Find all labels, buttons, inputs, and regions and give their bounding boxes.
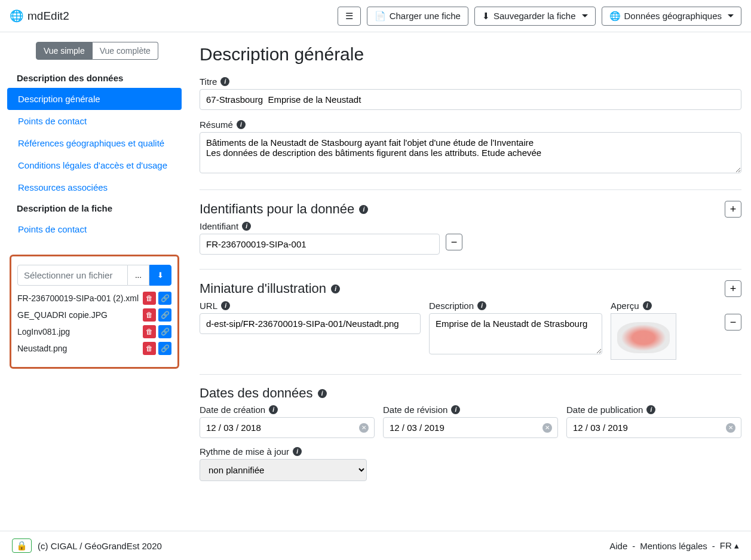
- preview-label: Aperçu: [611, 301, 639, 311]
- file-panel: Sélectionner un fichier ... ⬇ FR-2367000…: [10, 255, 179, 369]
- link-button[interactable]: 🔗: [158, 325, 171, 338]
- download-icon: ⬇: [482, 11, 490, 22]
- nav-references-geo[interactable]: Références géographiques et qualité: [7, 132, 182, 154]
- footer: 🔒 (c) CIGAL / GéoGrandEst 2020 Aide - Me…: [0, 531, 751, 560]
- remove-id-button[interactable]: −: [446, 234, 462, 250]
- file-row: GE_QUADRI copie.JPG🗑🔗: [17, 308, 171, 322]
- lock-icon[interactable]: 🔒: [12, 538, 32, 553]
- nav-description-generale[interactable]: Description générale: [7, 88, 182, 110]
- ids-section-title: Identifiants pour la donnée: [200, 201, 354, 217]
- save-label: Sauvegarder la fiche: [493, 11, 576, 21]
- info-icon[interactable]: i: [318, 389, 327, 398]
- info-icon[interactable]: i: [646, 405, 655, 414]
- add-id-button[interactable]: +: [725, 201, 741, 218]
- title-input[interactable]: [200, 89, 741, 110]
- file-upload-button[interactable]: ⬇: [149, 265, 171, 286]
- id-input[interactable]: [200, 234, 440, 255]
- download-icon: ⬇: [157, 271, 164, 280]
- date-revision-label: Date de révision: [383, 405, 447, 415]
- info-icon[interactable]: i: [359, 205, 368, 214]
- remove-thumb-button[interactable]: −: [725, 314, 741, 331]
- file-icon: 📄: [375, 11, 386, 22]
- link-button[interactable]: 🔗: [158, 292, 171, 305]
- file-row: FR-236700019-SIPa-001 (2).xml🗑🔗: [17, 292, 171, 305]
- info-icon[interactable]: i: [242, 222, 251, 231]
- sidebar: Vue simple Vue complète Description des …: [0, 32, 182, 481]
- title-label: Titre: [200, 76, 217, 87]
- thumb-section-title: Miniature d'illustration: [200, 281, 326, 296]
- clear-icon[interactable]: ✕: [726, 423, 735, 433]
- link-button[interactable]: 🔗: [158, 342, 171, 355]
- rhythm-label: Rythme de mise à jour: [200, 446, 289, 457]
- info-icon[interactable]: i: [477, 301, 486, 310]
- desc-label: Description: [429, 301, 474, 311]
- delete-button[interactable]: 🗑: [143, 292, 156, 305]
- file-browse-button[interactable]: ...: [128, 265, 149, 286]
- dates-section-title: Dates des données: [200, 385, 313, 401]
- nav-points-contact[interactable]: Points de contact: [7, 110, 182, 132]
- date-pub-input[interactable]: [566, 417, 741, 438]
- lang-select[interactable]: FR ▴: [720, 540, 739, 551]
- save-button[interactable]: ⬇Sauvegarder la fiche: [474, 7, 596, 26]
- top-bar: 🌐 mdEdit2 ☰ 📄Charger une fiche ⬇Sauvegar…: [0, 0, 751, 32]
- file-name: LogInv081.jpg: [17, 327, 140, 336]
- app-name: mdEdit2: [27, 10, 69, 23]
- file-name: Neustadt.png: [17, 344, 140, 353]
- info-icon[interactable]: i: [643, 301, 652, 310]
- nav-section-fiche: Description de la fiche: [7, 198, 182, 218]
- nav-conditions-legales[interactable]: Conditions légales d'accès et d'usage: [7, 154, 182, 176]
- info-icon[interactable]: i: [220, 77, 229, 86]
- delete-button[interactable]: 🗑: [143, 308, 156, 322]
- delete-button[interactable]: 🗑: [143, 325, 156, 338]
- help-link[interactable]: Aide: [609, 541, 627, 551]
- nav-section-data: Description des données: [7, 68, 182, 88]
- clear-icon[interactable]: ✕: [542, 423, 552, 433]
- load-label: Charger une fiche: [390, 11, 461, 21]
- globe-icon: 🌐: [609, 11, 621, 22]
- clear-icon[interactable]: ✕: [359, 423, 369, 433]
- content-area: Description générale Titrei Résuméi Bâti…: [182, 32, 751, 481]
- page-title: Description générale: [200, 44, 741, 65]
- date-creation-label: Date de création: [200, 405, 265, 415]
- info-icon[interactable]: i: [331, 284, 340, 293]
- rhythm-select[interactable]: non plannifiée: [200, 459, 367, 481]
- desc-input[interactable]: Emprise de la Neustadt de Strasbourg: [429, 313, 602, 354]
- nav-fiche-contact[interactable]: Points de contact: [7, 218, 182, 240]
- view-simple-button[interactable]: Vue simple: [36, 42, 93, 60]
- link-button[interactable]: 🔗: [158, 308, 171, 322]
- url-label: URL: [200, 301, 217, 311]
- file-select-input[interactable]: Sélectionner un fichier: [17, 265, 128, 286]
- date-pub-label: Date de publication: [566, 405, 643, 415]
- load-button[interactable]: 📄Charger une fiche: [367, 7, 468, 26]
- summary-input[interactable]: Bâtiments de la Neustadt de Stasbourg ay…: [200, 132, 741, 173]
- info-icon[interactable]: i: [293, 447, 302, 456]
- delete-button[interactable]: 🗑: [143, 342, 156, 355]
- file-name: GE_QUADRI copie.JPG: [17, 310, 140, 320]
- copyright: (c) CIGAL / GéoGrandEst 2020: [38, 541, 162, 551]
- file-name: FR-236700019-SIPa-001 (2).xml: [17, 293, 140, 303]
- file-row: LogInv081.jpg🗑🔗: [17, 325, 171, 338]
- list-button[interactable]: ☰: [338, 7, 361, 26]
- id-label: Identifiant: [200, 221, 238, 231]
- file-row: Neustadt.png🗑🔗: [17, 342, 171, 355]
- thumbnail-preview: [611, 313, 676, 360]
- add-thumb-button[interactable]: +: [725, 280, 741, 297]
- date-creation-input[interactable]: [200, 417, 375, 438]
- info-icon[interactable]: i: [237, 120, 246, 129]
- info-icon[interactable]: i: [269, 405, 278, 414]
- geo-button[interactable]: 🌐Données géographiques: [602, 7, 741, 26]
- brand: 🌐 mdEdit2: [10, 9, 69, 23]
- geo-label: Données géographiques: [624, 11, 722, 21]
- globe-icon: 🌐: [10, 9, 24, 23]
- legal-link[interactable]: Mentions légales: [640, 541, 707, 551]
- date-revision-input[interactable]: [383, 417, 558, 438]
- view-full-button[interactable]: Vue complète: [93, 42, 158, 60]
- info-icon[interactable]: i: [451, 405, 460, 414]
- url-input[interactable]: [200, 313, 421, 334]
- view-toggle: Vue simple Vue complète: [36, 42, 158, 60]
- summary-label: Résumé: [200, 120, 233, 130]
- nav-ressources[interactable]: Ressources associées: [7, 176, 182, 198]
- list-icon: ☰: [345, 11, 353, 22]
- info-icon[interactable]: i: [221, 301, 230, 310]
